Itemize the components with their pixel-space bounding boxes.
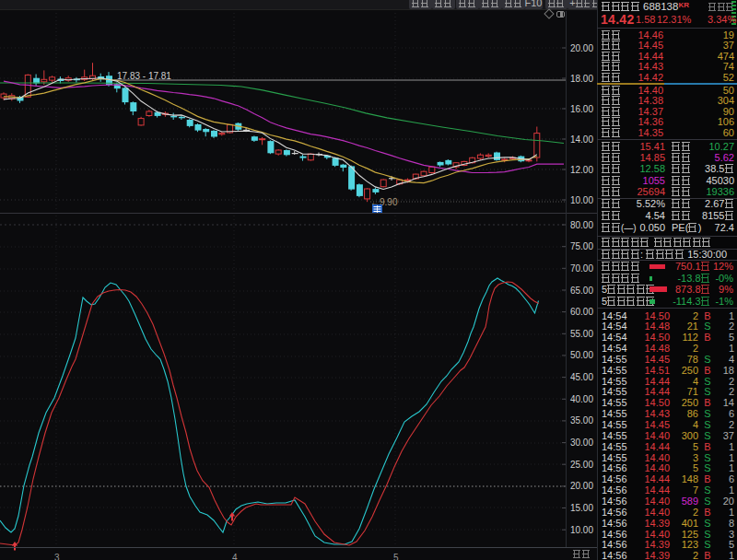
svg-text:25.00: 25.00 [570, 460, 593, 470]
svg-text:80.00: 80.00 [570, 220, 593, 230]
svg-text:55.00: 55.00 [570, 329, 593, 339]
svg-text:10.00: 10.00 [570, 195, 593, 205]
svg-text:65.00: 65.00 [570, 286, 593, 296]
svg-text:5: 5 [393, 553, 399, 560]
svg-text:4: 4 [232, 553, 238, 560]
svg-text:10.00: 10.00 [570, 525, 593, 535]
svg-text:40.00: 40.00 [570, 394, 593, 404]
svg-text:20.00: 20.00 [570, 43, 593, 53]
svg-text:12.00: 12.00 [570, 165, 593, 175]
svg-text:70.00: 70.00 [570, 263, 593, 274]
svg-text:14.00: 14.00 [570, 134, 593, 145]
svg-text:45.00: 45.00 [570, 372, 593, 382]
svg-text:20.00: 20.00 [570, 481, 593, 491]
svg-text:17.83 - 17.81: 17.83 - 17.81 [117, 71, 171, 81]
svg-text:15.00: 15.00 [570, 503, 593, 513]
svg-text:30.00: 30.00 [570, 438, 593, 448]
svg-text:3: 3 [54, 553, 60, 560]
svg-text:60.00: 60.00 [570, 307, 593, 317]
svg-text:16.00: 16.00 [570, 104, 593, 114]
svg-text:18.00: 18.00 [570, 74, 593, 84]
svg-text:75.00: 75.00 [570, 241, 593, 251]
svg-text:35.00: 35.00 [570, 415, 593, 426]
svg-text:50.00: 50.00 [570, 350, 593, 360]
